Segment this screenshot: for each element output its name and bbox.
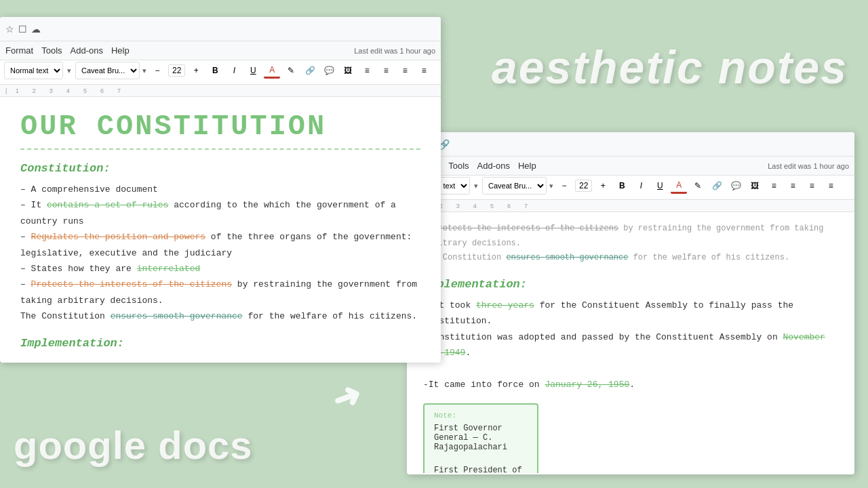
right-ruler: | 1 2 3 4 5 6 7	[407, 200, 854, 212]
google-docs-title: google docs	[14, 422, 253, 468]
impl-point-2: -Constitution was adopted and passed by …	[423, 329, 838, 361]
right-format-bar: Normal text ▾ Caveat Bru... ▾ − 22 + B I…	[407, 176, 854, 200]
divider1: ▾	[67, 66, 71, 75]
highlight-nov: November 26, 1949	[423, 332, 825, 358]
right-intro-2: The Constitution ensures smooth governan…	[423, 251, 838, 266]
implementation-heading-right: Implementation:	[423, 278, 838, 291]
italic-btn[interactable]: I	[226, 62, 242, 79]
text-color-btn[interactable]: A	[264, 62, 280, 79]
right-menu-bar: Format Tools Add-ons Help Last edit was …	[407, 157, 854, 176]
right-intro-text: – protects the interests of the citizens…	[423, 222, 838, 266]
left-document: ☆ ☐ ☁ Format Tools Add-ons Help Last edi…	[0, 17, 441, 363]
font-size-display: 22	[168, 64, 185, 77]
highlight-interrelated: interrelated	[137, 264, 201, 274]
justify-btn[interactable]: ≡	[416, 62, 432, 79]
right-divider1: ▾	[474, 182, 478, 190]
star-icon[interactable]: ☆	[5, 24, 14, 35]
font-select[interactable]: Caveat Bru...	[75, 62, 140, 79]
point-6: The Constitution ensures smooth governan…	[20, 308, 420, 324]
note-line-1: First Governor General — C. Rajagopalach…	[434, 424, 528, 452]
align-left[interactable]: ≡	[359, 62, 375, 79]
note-section: Note: First Governor General — C. Rajago…	[423, 403, 838, 473]
style-select[interactable]: Normal text	[4, 62, 63, 79]
left-format-bar: Normal text ▾ Caveat Bru... ▾ − 22 + B I…	[0, 60, 441, 85]
point-5: – Protects the interests of the citizens…	[20, 277, 420, 308]
right-doc-content: – protects the interests of the citizens…	[407, 212, 854, 473]
right-font-increase[interactable]: +	[595, 178, 611, 194]
right-last-edit-label: Last edit was 1 hour ago	[768, 162, 849, 170]
highlight-protects: Protects the interests of the citizens	[31, 279, 232, 289]
right-highlight-gov: ensures smooth governance	[506, 253, 628, 262]
divider2: ▾	[142, 66, 146, 75]
right-comment-btn[interactable]: 💬	[728, 178, 744, 194]
highlight-jan: January 26, 1950	[545, 380, 629, 390]
right-font-size-display: 22	[575, 180, 592, 192]
left-doc-content: OUR CONSTITUTION Constitution: – A compr…	[0, 97, 441, 361]
right-font-decrease[interactable]: −	[556, 178, 572, 194]
align-right[interactable]: ≡	[397, 62, 413, 79]
format-menu[interactable]: Format	[5, 45, 33, 56]
impl-point-1: – It took three years for the Constituen…	[423, 298, 838, 329]
image-btn[interactable]: 🖼	[340, 62, 356, 79]
underline-btn[interactable]: U	[245, 62, 261, 79]
right-intro-1: – protects the interests of the citizens…	[423, 222, 838, 251]
right-link-btn2[interactable]: 🔗	[709, 178, 725, 194]
point-2: – It contains a set of rules according t…	[20, 197, 420, 229]
folder-icon[interactable]: ☐	[18, 24, 27, 35]
right-image-btn[interactable]: 🖼	[747, 178, 763, 194]
highlight-btn[interactable]: ✎	[283, 62, 299, 79]
right-italic-btn[interactable]: I	[633, 178, 649, 194]
tools-menu[interactable]: Tools	[41, 45, 62, 56]
right-align-center[interactable]: ≡	[785, 178, 801, 194]
left-toolbar-top: ☆ ☐ ☁	[0, 17, 441, 41]
implementation-heading-left: Implementation:	[20, 337, 420, 350]
addons-menu[interactable]: Add-ons	[71, 45, 103, 56]
highlight-governance: ensures smooth governance	[111, 311, 243, 321]
highlight-regulates: Regulates the position and powers	[31, 232, 205, 242]
comment-btn[interactable]: 💬	[321, 62, 337, 79]
cloud-icon[interactable]: ☁	[31, 24, 41, 35]
right-align-left[interactable]: ≡	[766, 178, 782, 194]
last-edit-label: Last edit was 1 hour ago	[354, 47, 435, 55]
right-text-color-btn[interactable]: A	[671, 178, 687, 194]
note-box: Note: First Governor General — C. Rajago…	[423, 403, 538, 473]
right-implementation-text: – It took three years for the Constituen…	[423, 298, 838, 392]
right-justify-btn[interactable]: ≡	[823, 178, 839, 194]
right-help-menu[interactable]: Help	[518, 161, 536, 171]
doc-body-text: – A comprehensive document – It contains…	[20, 182, 420, 325]
right-underline-btn[interactable]: U	[652, 178, 668, 194]
right-addons-menu[interactable]: Add-ons	[477, 161, 510, 171]
right-toolbar-top: ☆ ☐ 🔗	[407, 132, 854, 157]
font-increase[interactable]: +	[188, 62, 204, 79]
point-3: – Regulates the position and powers of t…	[20, 229, 420, 261]
bold-btn[interactable]: B	[207, 62, 223, 79]
note-label: Note:	[434, 411, 528, 420]
right-bold-btn[interactable]: B	[614, 178, 630, 194]
align-center[interactable]: ≡	[378, 62, 394, 79]
constitution-heading: Constitution:	[20, 162, 420, 175]
right-tools-menu[interactable]: Tools	[448, 161, 469, 171]
right-highlight-btn[interactable]: ✎	[690, 178, 706, 194]
right-align-right[interactable]: ≡	[804, 178, 820, 194]
highlight-rules: contains a set of rules	[47, 200, 168, 210]
left-menu-bar: Format Tools Add-ons Help Last edit was …	[0, 41, 441, 60]
aesthetic-notes-title: aesthetic notes	[492, 41, 848, 94]
right-font-select[interactable]: Caveat Bru...	[482, 177, 547, 195]
point-1: – A comprehensive document	[20, 182, 420, 197]
help-menu[interactable]: Help	[111, 45, 130, 56]
impl-point-3: -It came into force on January 26, 1950.	[423, 377, 838, 392]
left-ruler: | 1 2 3 4 5 6 7	[0, 85, 441, 97]
link-btn[interactable]: 🔗	[302, 62, 318, 79]
doc-title: OUR CONSTITUTION	[20, 110, 420, 150]
note-line-2: First President of Indian Union — Dr Raj…	[434, 466, 528, 473]
point-4: – States how they are interrelated	[20, 261, 420, 277]
font-decrease[interactable]: −	[149, 62, 165, 79]
right-document: ☆ ☐ 🔗 Format Tools Add-ons Help Last edi…	[407, 132, 854, 474]
highlight-three-years: three years	[476, 300, 534, 310]
right-divider2: ▾	[549, 182, 553, 190]
